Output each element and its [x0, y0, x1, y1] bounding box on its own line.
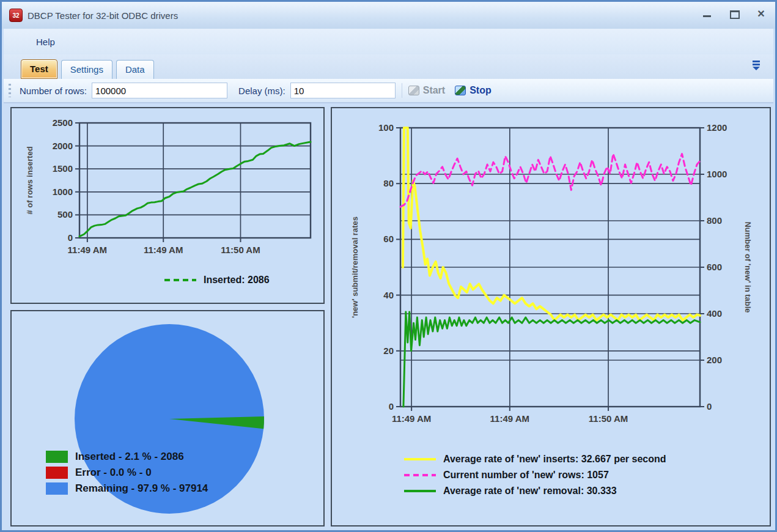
delay-label: Delay (ms):: [238, 86, 285, 96]
window-title: DBCP Tester for 32-bit ODBC drivers: [28, 10, 178, 21]
legend-label: Current number of 'new' rows: 1057: [443, 470, 609, 481]
rows-inserted-chart: 0500100015002000250011:49 AM11:49 AM11:5…: [12, 108, 323, 303]
maximize-button-icon[interactable]: [729, 9, 740, 19]
legend-color-swatch: [46, 451, 68, 463]
rates-chart-panel: 02040608010002004006008001000120011:49 A…: [331, 107, 771, 526]
title-bar: 32 DBCP Tester for 32-bit ODBC drivers ✕: [2, 2, 775, 29]
rows-label: Number of rows:: [20, 86, 87, 96]
rows-inserted-legend: Inserted: 2086: [164, 275, 270, 286]
toolbar-grip-icon[interactable]: [9, 84, 11, 97]
delay-input[interactable]: [290, 83, 396, 98]
legend-item: Current number of 'new' rows: 1057: [404, 470, 666, 481]
svg-text:0: 0: [68, 232, 73, 243]
svg-text:11:50 AM: 11:50 AM: [589, 413, 628, 424]
start-icon: [408, 86, 419, 95]
app-window: 32 DBCP Tester for 32-bit ODBC drivers ✕…: [0, 0, 777, 532]
svg-text:0: 0: [707, 401, 712, 412]
svg-text:400: 400: [707, 308, 722, 319]
menu-bar: Help: [4, 29, 773, 54]
legend-label: Average rate of 'new' removal: 30.333: [443, 486, 617, 497]
rows-input[interactable]: [92, 83, 227, 98]
tab-data[interactable]: Data: [116, 60, 154, 79]
svg-text:20: 20: [383, 345, 394, 356]
svg-text:11:49 AM: 11:49 AM: [68, 245, 107, 255]
progress-pie-legend: Inserted - 2.1 % - 2086Error - 0.0 % - 0…: [46, 451, 208, 495]
svg-text:11:49 AM: 11:49 AM: [490, 413, 529, 424]
tab-strip: Test Settings Data: [4, 54, 773, 79]
svg-text:600: 600: [707, 262, 722, 272]
svg-text:0: 0: [389, 401, 394, 412]
stop-icon: [455, 86, 466, 95]
svg-text:2000: 2000: [53, 141, 73, 151]
svg-text:# of rows inserted: # of rows inserted: [25, 146, 34, 214]
close-button-icon[interactable]: ✕: [756, 9, 767, 19]
stop-button-label: Stop: [470, 85, 492, 96]
legend-line-swatch: [404, 474, 436, 476]
toolstrip-overflow-icon[interactable]: [750, 61, 762, 74]
legend-item: Average rate of 'new' removal: 30.333: [404, 486, 666, 497]
legend-line-swatch: [164, 279, 196, 281]
svg-text:500: 500: [57, 209, 73, 220]
legend-label: Average rate of 'new' inserts: 32.667 pe…: [443, 454, 666, 465]
legend-label: Inserted - 2.1 % - 2086: [75, 451, 184, 463]
legend-label: Error - 0.0 % - 0: [75, 467, 152, 479]
rows-inserted-chart-panel: 0500100015002000250011:49 AM11:49 AM11:5…: [10, 107, 325, 304]
tab-test[interactable]: Test: [21, 59, 57, 79]
svg-text:11:50 AM: 11:50 AM: [221, 245, 260, 255]
legend-color-swatch: [46, 482, 68, 495]
legend-label: Inserted: 2086: [204, 275, 270, 286]
legend-item: Error - 0.0 % - 0: [46, 467, 208, 479]
legend-item: Remaining - 97.9 % - 97914: [46, 482, 208, 495]
svg-text:80: 80: [383, 178, 394, 188]
menu-item-help[interactable]: Help: [31, 34, 60, 50]
svg-text:11:49 AM: 11:49 AM: [144, 245, 183, 255]
tab-settings[interactable]: Settings: [61, 60, 112, 79]
start-button[interactable]: Start: [408, 85, 445, 96]
legend-item: Average rate of 'new' inserts: 32.667 pe…: [404, 454, 666, 465]
start-button-label: Start: [423, 85, 445, 96]
svg-text:1500: 1500: [53, 163, 73, 174]
toolbar: Number of rows: Delay (ms): Start Stop: [4, 79, 773, 103]
progress-pie-panel: Inserted - 2.1 % - 2086Error - 0.0 % - 0…: [10, 310, 325, 526]
svg-text:40: 40: [383, 290, 394, 300]
minimize-button-icon[interactable]: [702, 9, 713, 19]
svg-text:11:49 AM: 11:49 AM: [392, 413, 431, 424]
toolbar-separator: [402, 83, 402, 98]
svg-text:1200: 1200: [707, 122, 727, 133]
rates-legend: Average rate of 'new' inserts: 32.667 pe…: [404, 454, 666, 497]
app-icon: 32: [9, 9, 23, 22]
legend-line-swatch: [404, 458, 436, 460]
legend-color-swatch: [46, 467, 68, 479]
legend-item: Inserted - 2.1 % - 2086: [46, 451, 208, 463]
svg-text:1000: 1000: [707, 169, 727, 179]
legend-label: Remaining - 97.9 % - 97914: [75, 482, 208, 495]
legend-line-swatch: [404, 490, 436, 492]
svg-text:60: 60: [383, 234, 394, 244]
svg-text:800: 800: [707, 215, 722, 226]
legend-item: Inserted: 2086: [164, 275, 270, 286]
svg-text:2500: 2500: [53, 117, 73, 128]
svg-text:100: 100: [378, 122, 394, 133]
stop-button[interactable]: Stop: [455, 85, 492, 96]
svg-text:Number of 'new' in table: Number of 'new' in table: [743, 221, 753, 312]
svg-text:1000: 1000: [53, 187, 73, 197]
svg-text:200: 200: [707, 355, 722, 365]
svg-text:'new' submit/removal rates: 'new' submit/removal rates: [350, 216, 359, 318]
